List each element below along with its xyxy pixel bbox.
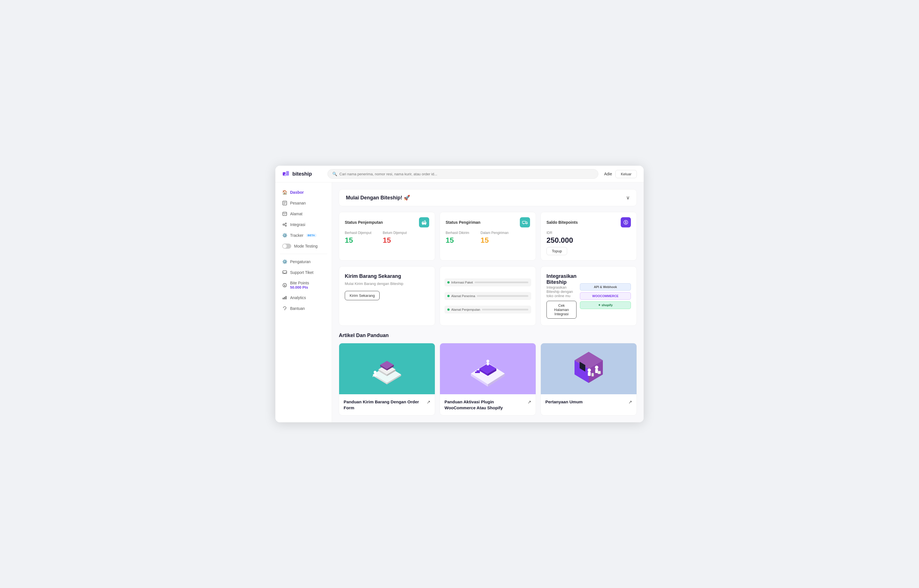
kirim-title: Kirim Barang Sekarang — [345, 273, 429, 279]
topup-button[interactable]: Topup — [546, 247, 567, 255]
sidebar-item-label: Integrasi — [290, 222, 305, 227]
sidebar: 🏠 Dasbor Pesanan Alamat Integrasi — [275, 183, 332, 422]
stat-pengiriman-title: Status Pengiriman — [446, 220, 480, 225]
main-content: Mulai Dengan Biteship! 🚀 ∨ Status Penjem… — [332, 183, 644, 422]
sidebar-item-label: Pengaturan — [290, 259, 310, 264]
penjemputan-icon — [419, 217, 429, 228]
svg-line-13 — [284, 224, 286, 225]
mode-testing-toggle[interactable] — [282, 244, 291, 249]
svg-text:$: $ — [284, 284, 285, 287]
welcome-title: Mulai Dengan Biteship! 🚀 — [346, 195, 410, 201]
external-link-icon-1: ↗ — [426, 399, 430, 405]
kirim-desc: Mulai Kirim Barang dengan Biteship — [345, 281, 429, 286]
header-actions: Adie Keluar — [604, 170, 637, 178]
sidebar-item-bantuan[interactable]: Bantuan — [275, 303, 332, 314]
sidebar-item-label: Tracker — [290, 233, 304, 237]
svg-point-27 — [527, 223, 527, 225]
integration-badges: API & Webhook WOOCOMMERCE ✦ shopify — [580, 273, 631, 319]
action-card-kirim: Kirim Barang Sekarang Mulai Kirim Barang… — [339, 266, 435, 326]
svg-point-11 — [285, 223, 286, 224]
form-item-penerima: Alamat Penerima — [444, 292, 531, 300]
sidebar-item-pengaturan[interactable]: ⚙️ Pengaturan — [275, 256, 332, 267]
sidebar-item-pesanan[interactable]: Pesanan — [275, 198, 332, 208]
welcome-banner: Mulai Dengan Biteship! 🚀 ∨ — [339, 189, 637, 206]
bite-points-section: Bite Points 50.000 Pts — [290, 281, 309, 289]
article-body-2: Panduan Aktivasi Plugin WooCommerce Atau… — [440, 394, 536, 415]
svg-rect-59 — [591, 373, 594, 376]
body: 🏠 Dasbor Pesanan Alamat Integrasi — [275, 183, 644, 422]
article-img-2 — [440, 343, 536, 394]
orders-icon — [282, 200, 287, 206]
stat-dalam-pengiriman-label: Dalam Pengiriman — [480, 231, 509, 235]
logout-button[interactable]: Keluar — [615, 170, 637, 178]
svg-point-60 — [595, 366, 598, 369]
sidebar-item-label: Support Tiket — [290, 270, 313, 275]
svg-rect-2 — [284, 174, 286, 176]
saldo-icon: $ — [621, 217, 631, 228]
shopify-badge: ✦ shopify — [580, 301, 631, 309]
external-link-icon-2: ↗ — [528, 399, 531, 405]
svg-rect-49 — [476, 370, 480, 372]
sidebar-item-alamat[interactable]: Alamat — [275, 208, 332, 219]
stat-card-saldo: Saldo Bitepoints $ IDR 250.000 Topup — [541, 212, 637, 260]
sidebar-item-label: Pesanan — [290, 201, 306, 205]
article-card-1[interactable]: Panduan Kirim Barang Dengan Order Form ↗ — [339, 343, 435, 415]
action-card-integrasi: Integrasikan Biteship Integrasikan Bites… — [541, 266, 637, 326]
stat-card-penjemputan: Status Penjemputan Berhasil Dijemput 15 … — [339, 212, 435, 260]
article-img-1 — [339, 343, 435, 394]
article-img-3 — [541, 343, 636, 394]
svg-point-26 — [523, 223, 524, 225]
sidebar-item-bite-points[interactable]: $ Bite Points 50.000 Pts — [275, 278, 332, 292]
svg-point-21 — [284, 310, 285, 311]
form-preview: Informasi Paket Alamat Penerima Al — [444, 278, 531, 313]
form-label-3: Alamat Penjemputan — [451, 308, 480, 311]
cek-integrasi-button[interactable]: Cek Halaman Integrasi — [546, 301, 577, 319]
saldo-value: 250.000 — [546, 236, 631, 245]
articles-section-title: Artikel Dan Panduan — [339, 333, 637, 338]
beta-badge: BETA — [306, 234, 317, 237]
integrasi-title: Integrasikan Biteship — [546, 273, 577, 285]
stat-berhasil-label: Berhasil Dijemput — [345, 231, 371, 235]
sidebar-item-mode-testing[interactable]: Mode Testing — [275, 241, 332, 252]
article-body-1: Panduan Kirim Barang Dengan Order Form ↗ — [339, 394, 435, 415]
sidebar-item-support-tiket[interactable]: Support Tiket — [275, 267, 332, 278]
article-title-1: Panduan Kirim Barang Dengan Order Form — [344, 399, 424, 411]
svg-point-12 — [285, 225, 286, 226]
svg-point-39 — [374, 371, 376, 373]
integrasi-desc: Integrasikan Biteship dengan toko online… — [546, 285, 577, 298]
sidebar-item-integrasi[interactable]: Integrasi — [275, 219, 332, 230]
svg-rect-25 — [522, 221, 526, 223]
sidebar-item-tracker[interactable]: ⚙️ Tracker BETA — [275, 230, 332, 241]
stat-berhasil-value: 15 — [345, 236, 353, 244]
article-card-2[interactable]: Panduan Aktivasi Plugin WooCommerce Atau… — [440, 343, 536, 415]
logo-text: biteship — [292, 171, 312, 177]
search-bar[interactable]: 🔍 — [328, 169, 598, 179]
header: biteship 🔍 Adie Keluar — [275, 166, 644, 183]
integration-icon — [282, 222, 287, 227]
sidebar-item-label: Analytics — [290, 296, 306, 300]
app-window: biteship 🔍 Adie Keluar 🏠 Dasbor Pesanan — [275, 166, 644, 422]
form-dot-2 — [447, 295, 450, 297]
sidebar-item-analytics[interactable]: Analytics — [275, 292, 332, 303]
stat-belum-value: 15 — [383, 236, 391, 244]
svg-line-14 — [284, 225, 286, 225]
tracker-icon: ⚙️ — [282, 233, 287, 238]
sidebar-item-label: Dasbor — [290, 190, 304, 195]
saldo-idr: IDR — [546, 231, 631, 235]
external-link-icon-3: ↗ — [628, 399, 632, 405]
search-input[interactable] — [339, 172, 593, 176]
form-line-2 — [477, 295, 528, 297]
svg-point-57 — [588, 368, 591, 372]
kirim-sekarang-button[interactable]: Kirim Sekarang — [345, 291, 380, 300]
stat-card-pengiriman: Status Pengiriman Berhasil Dikirim 15 Da… — [440, 212, 536, 260]
sidebar-item-dasbor[interactable]: 🏠 Dasbor — [275, 187, 332, 198]
svg-rect-18 — [283, 298, 284, 299]
form-dot-3 — [447, 309, 450, 311]
form-dot — [447, 281, 450, 284]
sidebar-item-label: Mode Testing — [294, 244, 318, 249]
articles-section: Artikel Dan Panduan — [339, 333, 637, 415]
chevron-down-icon[interactable]: ∨ — [626, 195, 630, 201]
svg-point-23 — [422, 224, 423, 225]
article-card-3[interactable]: Pertanyaan Umum ↗ — [541, 343, 637, 415]
bitepoints-icon: $ — [282, 283, 287, 288]
